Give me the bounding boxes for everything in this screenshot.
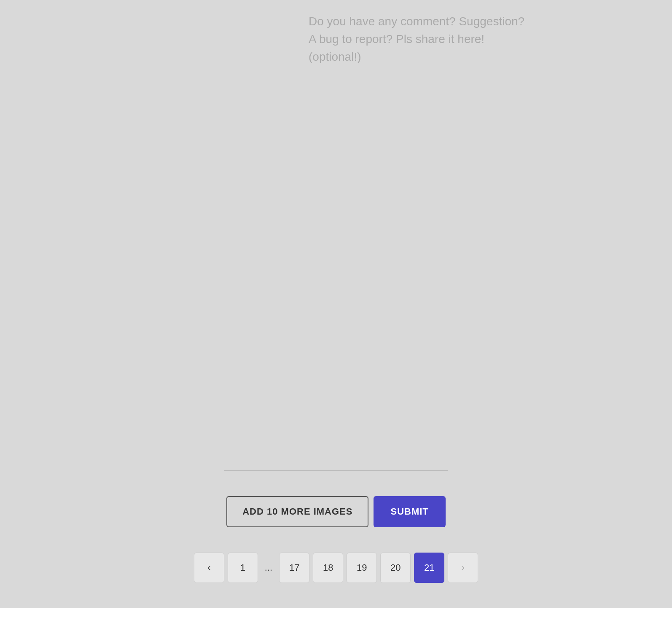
page-label: 19 bbox=[357, 562, 367, 573]
content-wrapper: ADD 10 MORE IMAGES SUBMIT ‹ 1 ... 17 18 … bbox=[0, 462, 672, 608]
next-page-button[interactable]: › bbox=[448, 553, 478, 583]
chevron-right-icon: › bbox=[462, 562, 465, 573]
action-buttons: ADD 10 MORE IMAGES SUBMIT bbox=[226, 496, 446, 527]
page-label: 1 bbox=[240, 562, 245, 573]
page-button-19[interactable]: 19 bbox=[347, 553, 377, 583]
comment-section: Do you have any comment? Suggestion? A b… bbox=[309, 13, 532, 66]
top-area: Do you have any comment? Suggestion? A b… bbox=[0, 13, 672, 462]
add-images-button[interactable]: ADD 10 MORE IMAGES bbox=[226, 496, 368, 527]
submit-button[interactable]: SUBMIT bbox=[374, 496, 445, 527]
page-button-21[interactable]: 21 bbox=[414, 553, 444, 583]
bottom-bar bbox=[0, 608, 672, 642]
page-label: 20 bbox=[390, 562, 401, 573]
page-button-20[interactable]: 20 bbox=[380, 553, 411, 583]
chevron-left-icon: ‹ bbox=[207, 562, 210, 573]
comment-placeholder-text: Do you have any comment? Suggestion? A b… bbox=[309, 13, 532, 66]
page-label: 18 bbox=[323, 562, 333, 573]
pagination: ‹ 1 ... 17 18 19 20 21 › bbox=[194, 553, 478, 583]
main-content: Do you have any comment? Suggestion? A b… bbox=[0, 0, 672, 608]
page-label: 21 bbox=[424, 562, 434, 573]
divider bbox=[224, 470, 448, 471]
page-button-1[interactable]: 1 bbox=[228, 553, 258, 583]
ellipsis: ... bbox=[261, 562, 276, 573]
prev-page-button[interactable]: ‹ bbox=[194, 553, 224, 583]
page-label: 17 bbox=[289, 562, 299, 573]
page-button-17[interactable]: 17 bbox=[279, 553, 309, 583]
page-button-18[interactable]: 18 bbox=[313, 553, 343, 583]
